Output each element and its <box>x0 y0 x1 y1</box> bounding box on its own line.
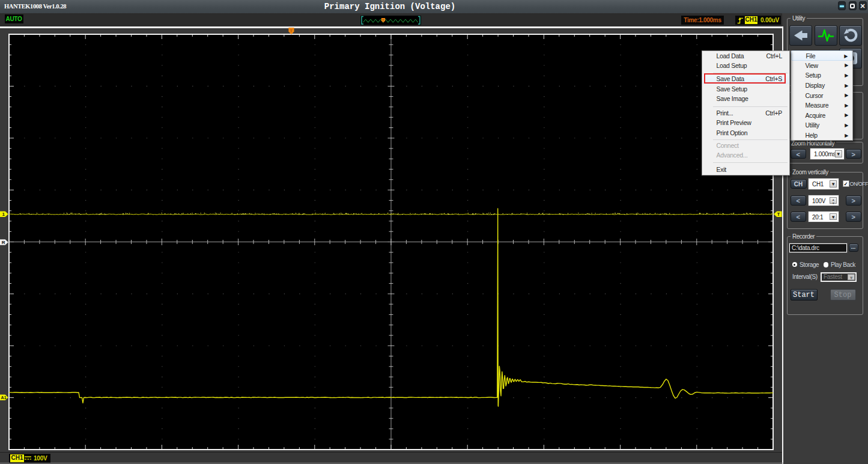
svg-text:A1: A1 <box>1 395 7 400</box>
svg-text:R: R <box>2 240 5 245</box>
svg-text:1: 1 <box>2 212 5 217</box>
svg-text:T: T <box>777 212 780 217</box>
svg-text:T: T <box>290 28 293 34</box>
